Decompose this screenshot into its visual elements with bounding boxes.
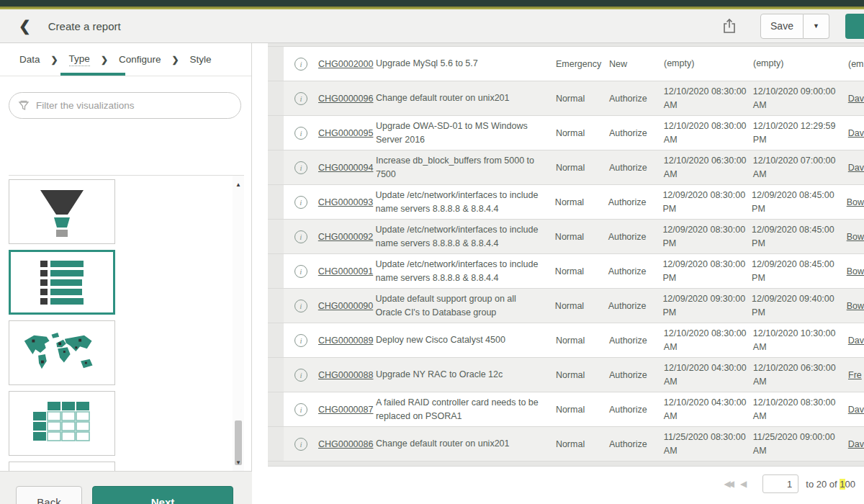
row-info-cell: i [284, 58, 318, 71]
assignee-link[interactable]: Fre [848, 370, 862, 380]
end-date-cell: 12/09/2020 08:45:00 PM [752, 223, 842, 249]
table-row: i CHG0000095 Upgrade OWA-SD-01 to MS Win… [268, 116, 864, 150]
info-icon[interactable]: i [294, 92, 307, 105]
priority-cell: Normal [556, 128, 609, 138]
table-row: i CHG0000090 Update default support grou… [268, 289, 864, 323]
table-body: i CHG0002000 Upgrade MySql 5.6 to 5.7 Em… [268, 47, 864, 462]
viz-thumbnail-pivot[interactable] [9, 391, 115, 456]
chevron-right-icon: ❯ [51, 55, 58, 65]
row-gutter [268, 254, 284, 288]
row-gutter [268, 150, 284, 184]
info-icon[interactable]: i [294, 265, 307, 278]
app-header: ❮ Create a report Save ▼ [0, 9, 864, 43]
change-number-link[interactable]: CHG0000095 [318, 128, 373, 138]
change-number-link[interactable]: CHG0000093 [318, 197, 373, 207]
state-cell: Authorize [608, 266, 663, 276]
assignee-link[interactable]: Dav [848, 94, 864, 104]
sidebar-scrollbar[interactable]: ▲ ▼ [233, 176, 244, 471]
info-icon[interactable]: i [294, 403, 307, 416]
assignee-link[interactable]: Bow [847, 266, 864, 276]
first-page-icon[interactable]: ◀◀ [724, 479, 732, 489]
assignee-cell: Dav [848, 94, 864, 104]
info-icon[interactable]: i [294, 196, 307, 209]
info-icon[interactable]: i [294, 438, 307, 451]
assignee-link[interactable]: Dav [848, 163, 864, 173]
breadcrumb-step-style[interactable]: Style [190, 54, 212, 65]
back-button[interactable]: Back [16, 486, 82, 504]
assignee-link[interactable]: Dav [848, 128, 864, 138]
info-icon[interactable]: i [294, 161, 307, 174]
previous-page-icon[interactable]: ◀ [740, 479, 747, 489]
breadcrumb-step-type[interactable]: Type [69, 53, 90, 66]
filter-input[interactable] [36, 100, 232, 111]
screen: ❮ Create a report Save ▼ Data [0, 0, 864, 504]
change-number-link[interactable]: CHG0000089 [318, 336, 373, 346]
assignee-link[interactable]: (em [848, 59, 864, 69]
priority-cell: Normal [556, 439, 609, 449]
row-info-cell: i [284, 403, 318, 416]
sidebar: Data ❯ Type ❯ Configure ❯ Style [0, 43, 252, 504]
scroll-up-icon[interactable]: ▲ [233, 179, 244, 190]
page-number-input[interactable] [762, 474, 798, 493]
viz-thumbnail-map[interactable] [9, 320, 115, 385]
assignee-link[interactable]: Bow [847, 301, 864, 311]
filter-field[interactable] [9, 92, 241, 119]
change-number-link[interactable]: CHG0000096 [318, 94, 373, 104]
save-dropdown-button[interactable]: ▼ [804, 14, 829, 39]
start-date-cell: 12/10/2020 08:30:00 AM [664, 85, 753, 111]
header-actions: Save ▼ [717, 14, 864, 39]
table-row: i CHG0000089 Deploy new Cisco Catalyst 4… [268, 323, 864, 358]
pagination-bar: ◀◀ ◀ to 20 of 100 [268, 467, 864, 501]
save-button[interactable]: Save [760, 14, 804, 39]
assignee-cell: Bow [847, 301, 864, 311]
change-number-link[interactable]: CHG0000088 [318, 370, 373, 380]
change-number-link[interactable]: CHG0000086 [318, 439, 373, 449]
share-button[interactable] [717, 14, 742, 38]
breadcrumb-step-data[interactable]: Data [19, 54, 40, 65]
change-number-link[interactable]: CHG0000087 [318, 405, 373, 415]
scroll-down-icon[interactable]: ▼ [233, 456, 244, 468]
info-icon[interactable]: i [294, 334, 307, 347]
description-cell: Upgrade NY RAC to Oracle 12c [376, 368, 556, 381]
state-cell: Authorize [608, 232, 663, 242]
change-number-link[interactable]: CHG0000094 [318, 163, 373, 173]
viz-thumbnail-list[interactable] [9, 250, 115, 315]
run-button-clipped[interactable] [845, 14, 864, 39]
assignee-cell: Bow [847, 197, 864, 207]
table-row: i CHG0000092 Update /etc/network/interfa… [268, 220, 864, 254]
info-icon[interactable]: i [294, 58, 307, 71]
end-date-cell: 12/09/2020 08:45:00 PM [752, 258, 842, 284]
priority-cell: Normal [556, 370, 609, 380]
info-icon[interactable]: i [294, 300, 307, 312]
row-gutter [268, 289, 284, 323]
change-number-link[interactable]: CHG0000090 [318, 301, 373, 311]
viz-thumbnail-pyramid[interactable] [9, 462, 115, 471]
back-icon[interactable]: ❮ [19, 19, 31, 33]
pagination-arrows: ◀◀ ◀ [724, 479, 747, 489]
state-cell: Authorize [609, 128, 664, 138]
change-number-link[interactable]: CHG0000091 [318, 266, 373, 276]
end-date-cell: 12/10/2020 08:30:00 AM [753, 396, 844, 422]
start-date-cell: 12/10/2020 04:30:00 AM [664, 396, 753, 422]
start-date-cell: 12/10/2020 08:30:00 AM [664, 327, 753, 353]
end-date-cell: 12/10/2020 07:00:00 AM [753, 154, 844, 180]
chevron-right-icon: ❯ [101, 55, 108, 65]
assignee-link[interactable]: Bow [847, 197, 864, 207]
assignee-link[interactable]: Dav [848, 439, 864, 449]
next-button[interactable]: Next [92, 486, 233, 504]
row-gutter [268, 358, 284, 392]
info-icon[interactable]: i [294, 369, 307, 382]
assignee-link[interactable]: Dav [848, 405, 864, 415]
assignee-link[interactable]: Bow [847, 232, 864, 242]
viz-thumbnail-funnel[interactable] [9, 179, 115, 244]
priority-cell: Normal [556, 405, 609, 415]
assignee-link[interactable]: Dav [848, 336, 864, 346]
change-number-link[interactable]: CHG0002000 [318, 59, 373, 69]
row-gutter [268, 392, 284, 426]
info-icon[interactable]: i [294, 127, 307, 140]
change-number-link[interactable]: CHG0000092 [318, 232, 373, 242]
info-icon[interactable]: i [294, 230, 307, 243]
breadcrumb-step-configure[interactable]: Configure [119, 54, 161, 65]
assignee-cell: Dav [848, 439, 864, 449]
row-info-cell: i [284, 438, 318, 451]
